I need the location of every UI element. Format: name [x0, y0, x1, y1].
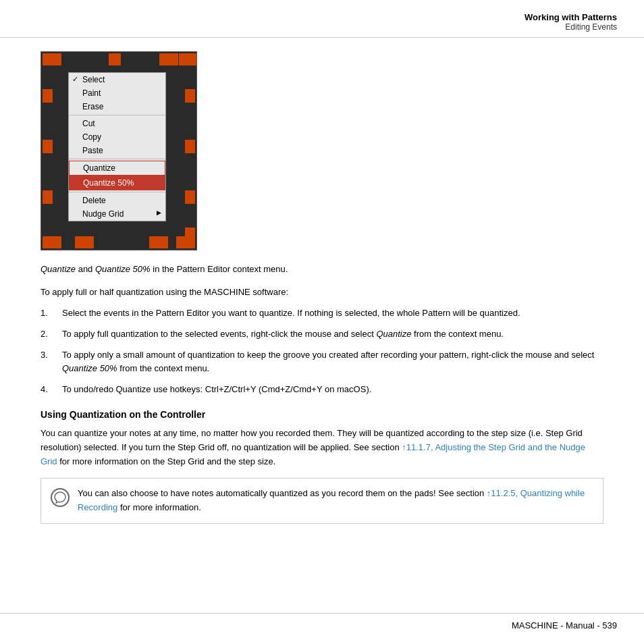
context-menu: Select Paint Erase Cut Copy Paste Quanti… [68, 72, 166, 221]
footer-text: MASCHINE - Manual - 539 [512, 620, 617, 630]
pad-block [75, 236, 94, 248]
caption-and: and [76, 264, 95, 274]
step-1: 1. Select the events in the Pattern Edit… [41, 306, 603, 321]
pad-block [43, 236, 61, 248]
caption: Quantize and Quantize 50% in the Pattern… [41, 263, 603, 276]
step-1-text: Select the events in the Pattern Editor … [62, 306, 603, 321]
step-4-text: To undo/redo Quantize use hotkeys: Ctrl+… [62, 383, 603, 397]
steps-list: 1. Select the events in the Pattern Edit… [41, 306, 603, 397]
pad-block [43, 140, 53, 153]
step-3-text: To apply only a small amount of quantiza… [62, 348, 603, 377]
caption-suffix: in the Pattern Editor context menu. [151, 264, 288, 274]
caption-quantize: Quantize [41, 264, 76, 274]
step-4-number: 4. [41, 383, 62, 397]
menu-item-select[interactable]: Select [69, 73, 165, 86]
step-2-number: 2. [41, 327, 62, 342]
pad-block [185, 140, 195, 153]
note-text-2: for more information. [117, 502, 201, 512]
pad-block [159, 53, 178, 65]
menu-item-quantize-50[interactable]: Quantize 50% [69, 176, 165, 190]
pad-block [43, 190, 53, 204]
step-3-number: 3. [41, 348, 62, 377]
step-2: 2. To apply full quantization to the sel… [41, 327, 603, 342]
step-2-text: To apply full quantization to the select… [62, 327, 603, 342]
note-box: You can also choose to have notes automa… [41, 478, 603, 524]
body-para: You can quantize your notes at any time,… [41, 427, 603, 468]
pad-block [179, 53, 197, 65]
menu-item-nudge-grid[interactable]: Nudge Grid [69, 207, 165, 221]
menu-separator-3 [69, 192, 165, 192]
caption-quantize50: Quantize 50% [95, 264, 151, 274]
screenshot-container: Select Paint Erase Cut Copy Paste Quanti… [41, 51, 203, 250]
intro-text: To apply full or half quantization using… [41, 286, 603, 299]
note-text: You can also choose to have notes automa… [78, 487, 593, 515]
page-header: Working with Patterns Editing Events [0, 0, 644, 38]
menu-separator-2 [69, 159, 165, 159]
menu-item-copy[interactable]: Copy [69, 130, 165, 144]
pad-block [43, 89, 53, 103]
menu-item-cut[interactable]: Cut [69, 117, 165, 130]
menu-item-erase[interactable]: Erase [69, 100, 165, 113]
maschine-screenshot: Select Paint Erase Cut Copy Paste Quanti… [41, 51, 197, 250]
section-heading: Using Quantization on the Controller [41, 409, 603, 420]
menu-item-delete[interactable]: Delete [69, 194, 165, 207]
step-3: 3. To apply only a small amount of quant… [41, 348, 603, 377]
pad-block [176, 236, 195, 248]
page-footer: MASCHINE - Manual - 539 [0, 613, 644, 630]
pad-block [109, 53, 121, 65]
page-content: Select Paint Erase Cut Copy Paste Quanti… [0, 38, 644, 564]
note-icon [51, 488, 70, 507]
comment-icon [54, 491, 66, 504]
header-subtitle: Editing Events [525, 22, 617, 32]
note-text-1: You can also choose to have notes automa… [78, 488, 487, 498]
body-text-2: for more information on the Step Grid an… [57, 456, 276, 466]
header-right: Working with Patterns Editing Events [525, 12, 617, 32]
pad-block [185, 190, 195, 204]
menu-item-paste[interactable]: Paste [69, 144, 165, 157]
step-1-number: 1. [41, 306, 62, 321]
pad-block [149, 236, 168, 248]
step-4: 4. To undo/redo Quantize use hotkeys: Ct… [41, 383, 603, 397]
menu-separator-1 [69, 115, 165, 115]
pad-block [185, 89, 195, 103]
header-title: Working with Patterns [525, 12, 617, 22]
menu-item-paint[interactable]: Paint [69, 86, 165, 100]
pad-block [43, 53, 61, 65]
menu-item-quantize[interactable]: Quantize [69, 161, 165, 176]
